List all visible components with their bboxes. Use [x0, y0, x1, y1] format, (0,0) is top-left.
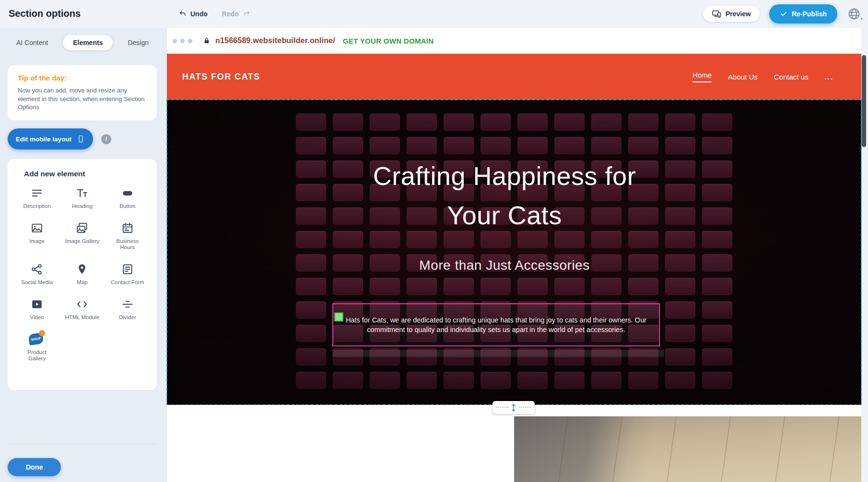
hero-tile — [296, 325, 326, 342]
element-item-image[interactable]: Image — [14, 221, 59, 251]
hero-heading-line1: Crafting Happiness for — [167, 156, 842, 195]
page-title: Section options — [9, 8, 81, 19]
hero-section-selected[interactable]: Crafting Happiness for Your Cats More th… — [167, 100, 861, 405]
hero-tile — [407, 278, 437, 295]
language-globe-button[interactable] — [847, 7, 861, 21]
lock-icon — [203, 37, 211, 45]
scrollbar-thumb[interactable] — [862, 55, 866, 147]
shop-badge-label: SHOP — [31, 337, 41, 342]
hero-tile — [665, 372, 695, 389]
preview-button[interactable]: Preview — [703, 6, 760, 22]
undo-redo-group: Undo Redo — [178, 0, 251, 28]
description-icon — [31, 186, 43, 200]
nav-more[interactable]: ... — [824, 73, 833, 81]
selected-text-element[interactable]: Hats for Cats, we are dedicated to craft… — [332, 303, 660, 346]
republish-button[interactable]: Re-Publish — [769, 4, 837, 23]
element-item-contact-form[interactable]: Contact Form — [105, 262, 150, 286]
heading-icon — [76, 186, 88, 200]
get-domain-link[interactable]: GET YOUR OWN DOMAIN — [343, 37, 434, 45]
hero-tile — [517, 278, 548, 295]
hero-tile — [702, 372, 732, 389]
topbar: Section options Undo Redo Preview Re-Pub… — [0, 0, 868, 28]
hero-heading[interactable]: Crafting Happiness for Your Cats — [167, 156, 842, 235]
next-section-preview — [167, 405, 861, 482]
element-item-label: Button — [119, 203, 135, 209]
element-item-divider[interactable]: Divider — [105, 297, 150, 321]
hero-tile — [591, 137, 622, 154]
element-item-label: Product Gallery — [20, 349, 54, 362]
hero-tile — [591, 114, 622, 131]
hero-tile — [517, 114, 548, 131]
hero-paragraph: Hats for Cats, we are dedicated to craft… — [335, 315, 657, 334]
hero-tile — [628, 137, 658, 154]
element-item-product-gallery[interactable]: SHOP Product Gallery — [14, 332, 59, 362]
redo-button[interactable]: Redo — [222, 10, 251, 18]
tab-elements[interactable]: Elements — [63, 35, 113, 50]
hero-tile — [444, 137, 474, 154]
video-icon — [31, 297, 43, 311]
shop-plus-badge — [39, 330, 45, 336]
element-item-description[interactable]: Description — [14, 186, 59, 209]
tab-ai-content[interactable]: AI Content — [11, 35, 54, 50]
element-grid: Description Heading Button Image Image G — [14, 186, 150, 362]
mobile-layout-row: Edit mobile layout — [8, 128, 111, 149]
element-item-button[interactable]: Button — [105, 186, 150, 209]
hero-tile — [333, 278, 363, 295]
element-item-label: Description — [23, 203, 51, 209]
site-header: HATS FOR CATS Home About Us Contact us .… — [167, 54, 861, 100]
undo-button[interactable]: Undo — [178, 10, 208, 18]
element-ghost-band — [332, 350, 664, 357]
edit-mobile-layout-button[interactable]: Edit mobile layout — [8, 128, 93, 149]
element-item-business-hours[interactable]: Business Hours — [105, 221, 150, 251]
hero-tile — [702, 348, 732, 366]
hero-tile — [370, 137, 400, 154]
element-item-label: Video — [30, 314, 44, 321]
element-item-video[interactable]: Video — [14, 297, 59, 321]
sidebar: AI Content Elements Design Tip of the da… — [0, 28, 167, 482]
element-item-map[interactable]: Map — [59, 262, 105, 286]
element-drag-handle[interactable] — [334, 312, 343, 321]
product-gallery-icon: SHOP — [29, 332, 45, 346]
window-dots-icon — [173, 39, 192, 43]
hero-tile — [665, 348, 695, 366]
hero-tile — [481, 372, 511, 389]
element-item-heading[interactable]: Heading — [59, 186, 105, 209]
info-icon[interactable] — [101, 134, 111, 144]
hero-tile — [370, 372, 400, 389]
done-button[interactable]: Done — [8, 458, 61, 476]
hero-tile — [444, 114, 474, 131]
nav-about-us[interactable]: About Us — [728, 73, 758, 81]
map-pin-icon — [76, 262, 88, 276]
element-item-html-module[interactable]: HTML Module — [59, 297, 105, 321]
check-icon — [780, 10, 787, 18]
hero-tile — [517, 137, 548, 154]
element-item-image-gallery[interactable]: Image Gallery — [59, 221, 105, 251]
button-icon — [121, 186, 134, 200]
hero-tile — [628, 372, 658, 389]
element-item-label: Social Media — [21, 279, 53, 286]
republish-label: Re-Publish — [792, 10, 827, 18]
site-logo[interactable]: HATS FOR CATS — [182, 72, 260, 82]
nav-contact-us[interactable]: Contact us — [774, 73, 809, 81]
hero-subheading[interactable]: More than Just Accessories — [167, 258, 842, 273]
hero-tile — [665, 301, 695, 319]
hero-tile — [481, 137, 511, 154]
add-element-title: Add new element — [24, 170, 150, 178]
tab-design[interactable]: Design — [122, 35, 154, 50]
hero-tile — [554, 114, 585, 131]
hero-tile — [333, 114, 363, 131]
hero-tile — [628, 278, 658, 295]
hero-tile — [444, 278, 474, 295]
nav-home[interactable]: Home — [692, 71, 712, 82]
hero-tile — [481, 114, 511, 131]
section-resize-handle[interactable] — [493, 401, 535, 414]
undo-icon — [178, 10, 187, 18]
element-item-label: Heading — [72, 203, 93, 209]
divider-icon — [121, 297, 134, 311]
hero-tile — [517, 372, 548, 389]
element-item-label: HTML Module — [65, 314, 100, 321]
hero-tile — [554, 137, 585, 154]
element-item-social-media[interactable]: Social Media — [14, 262, 59, 286]
hero-tile — [333, 372, 363, 389]
topbar-actions: Preview Re-Publish — [703, 0, 861, 28]
